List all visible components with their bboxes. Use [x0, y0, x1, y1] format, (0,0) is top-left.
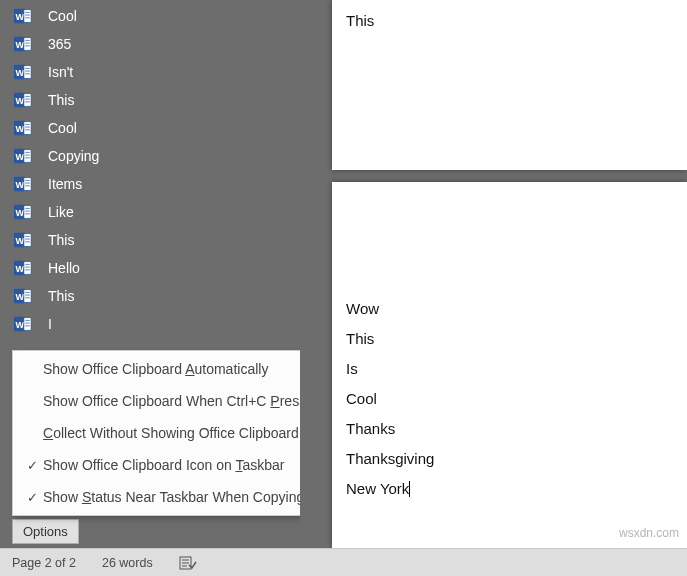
svg-text:W: W	[16, 12, 25, 22]
clipboard-item[interactable]: WItems	[0, 170, 300, 198]
clipboard-item-label: This	[48, 288, 74, 304]
clipboard-item-label: This	[48, 232, 74, 248]
clipboard-item[interactable]: WLike	[0, 198, 300, 226]
doc-line: This	[346, 330, 673, 347]
clipboard-item-label: Cool	[48, 120, 77, 136]
svg-rect-8	[24, 38, 31, 51]
svg-rect-32	[24, 150, 31, 163]
status-bar: Page 2 of 2 26 words	[0, 548, 687, 576]
word-icon: W	[12, 62, 34, 82]
status-page[interactable]: Page 2 of 2	[12, 556, 76, 570]
options-button[interactable]: Options	[12, 519, 79, 544]
svg-text:W: W	[16, 264, 25, 274]
word-icon: W	[12, 90, 34, 110]
clipboard-item[interactable]: WHello	[0, 254, 300, 282]
clipboard-item-label: Isn't	[48, 64, 73, 80]
svg-rect-20	[24, 94, 31, 107]
clipboard-item-label: I	[48, 316, 52, 332]
doc-line: Cool	[346, 390, 673, 407]
svg-text:W: W	[16, 236, 25, 246]
svg-text:W: W	[16, 96, 25, 106]
clipboard-item[interactable]: W365	[0, 30, 300, 58]
clipboard-item[interactable]: WThis	[0, 226, 300, 254]
word-icon: W	[12, 146, 34, 166]
doc-line: Thanksgiving	[346, 450, 673, 467]
check-icon: ✓	[21, 458, 43, 473]
clipboard-item[interactable]: WIsn't	[0, 58, 300, 86]
clipboard-item-label: Hello	[48, 260, 80, 276]
menu-item-label: Show Office Clipboard Automatically	[43, 361, 300, 377]
menu-item[interactable]: Collect Without Showing Office Clipboard	[13, 417, 300, 449]
clipboard-item-label: 365	[48, 36, 71, 52]
word-icon: W	[12, 202, 34, 222]
svg-rect-26	[24, 122, 31, 135]
menu-item-label: Collect Without Showing Office Clipboard	[43, 425, 300, 441]
document-area: This WowThisIsCoolThanksThanksgivingNew …	[300, 0, 687, 548]
svg-rect-50	[24, 234, 31, 247]
word-icon: W	[12, 314, 34, 334]
menu-item-label: Show Office Clipboard When Ctrl+C Presse…	[43, 393, 300, 409]
word-icon: W	[12, 258, 34, 278]
svg-text:W: W	[16, 68, 25, 78]
menu-item[interactable]: ✓Show Office Clipboard Icon on Taskbar	[13, 449, 300, 481]
clipboard-item-label: Items	[48, 176, 82, 192]
svg-text:W: W	[16, 40, 25, 50]
svg-text:W: W	[16, 292, 25, 302]
clipboard-item-label: Copying	[48, 148, 99, 164]
clipboard-pane: WCoolW365WIsn'tWThisWCoolWCopyingWItemsW…	[0, 0, 300, 548]
svg-text:W: W	[16, 180, 25, 190]
svg-text:W: W	[16, 124, 25, 134]
word-icon: W	[12, 230, 34, 250]
menu-item[interactable]: Show Office Clipboard Automatically	[13, 353, 300, 385]
menu-item[interactable]: ✓Show Status Near Taskbar When Copying	[13, 481, 300, 513]
check-icon: ✓	[21, 490, 43, 505]
menu-item-label: Show Status Near Taskbar When Copying	[43, 489, 300, 505]
page-1[interactable]: This	[332, 0, 687, 170]
svg-text:W: W	[16, 208, 25, 218]
clipboard-item-label: Like	[48, 204, 74, 220]
clipboard-item[interactable]: WI	[0, 310, 300, 338]
svg-text:W: W	[16, 152, 25, 162]
svg-text:W: W	[16, 320, 25, 330]
word-icon: W	[12, 6, 34, 26]
doc-line: New York	[346, 480, 673, 497]
svg-rect-44	[24, 206, 31, 219]
clipboard-item[interactable]: WThis	[0, 282, 300, 310]
clipboard-item[interactable]: WCool	[0, 2, 300, 30]
svg-rect-56	[24, 262, 31, 275]
word-icon: W	[12, 34, 34, 54]
options-menu: Show Office Clipboard AutomaticallyShow …	[12, 350, 300, 516]
doc-line: Wow	[346, 300, 673, 317]
menu-item[interactable]: Show Office Clipboard When Ctrl+C Presse…	[13, 385, 300, 417]
svg-rect-14	[24, 66, 31, 79]
word-icon: W	[12, 118, 34, 138]
clipboard-item-label: Cool	[48, 8, 77, 24]
menu-item-label: Show Office Clipboard Icon on Taskbar	[43, 457, 300, 473]
word-icon: W	[12, 174, 34, 194]
doc-line: Thanks	[346, 420, 673, 437]
doc-line: Is	[346, 360, 673, 377]
page-2[interactable]: WowThisIsCoolThanksThanksgivingNew York	[332, 182, 687, 548]
clipboard-item[interactable]: WCool	[0, 114, 300, 142]
svg-rect-62	[24, 290, 31, 303]
clipboard-item-label: This	[48, 92, 74, 108]
svg-rect-38	[24, 178, 31, 191]
svg-rect-68	[24, 318, 31, 331]
doc-line: This	[346, 12, 673, 29]
status-words[interactable]: 26 words	[102, 556, 153, 570]
proofing-icon[interactable]	[179, 555, 197, 571]
word-icon: W	[12, 286, 34, 306]
clipboard-item[interactable]: WThis	[0, 86, 300, 114]
svg-rect-2	[24, 10, 31, 23]
clipboard-item[interactable]: WCopying	[0, 142, 300, 170]
